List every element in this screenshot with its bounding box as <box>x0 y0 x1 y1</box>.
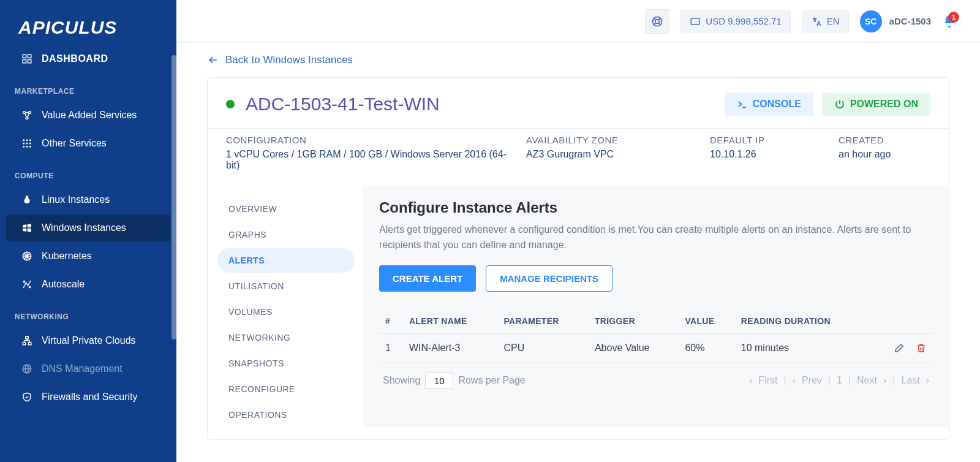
tab-operations[interactable]: OPERATIONS <box>217 403 355 427</box>
sidebar-item-other-services[interactable]: Other Services <box>6 130 170 157</box>
meta-az-value: AZ3 Gurugram VPC <box>526 149 698 160</box>
pager-next[interactable]: Next <box>857 375 877 386</box>
balance-text: USD 9,998,552.71 <box>706 16 781 26</box>
meta-az: AVAILABILITY ZONE AZ3 Gurugram VPC <box>526 135 698 171</box>
svg-point-8 <box>26 139 28 141</box>
sidebar-item-autoscale[interactable]: Autoscale <box>6 271 170 298</box>
back-link-text: Back to Windows Instances <box>225 54 353 66</box>
meta-config-value: 1 vCPU Cores / 1GB RAM / 100 GB / Window… <box>226 149 514 171</box>
sidebar-item-dashboard[interactable]: DASHBOARD <box>6 45 170 72</box>
language-text: EN <box>827 16 840 26</box>
vas-icon <box>21 109 33 121</box>
tab-overview[interactable]: OVERVIEW <box>217 197 355 221</box>
balance-chip[interactable]: USD 9,998,552.71 <box>680 10 790 32</box>
notifications-button[interactable]: 1 <box>942 14 957 29</box>
pager-right: ‹ First | ‹ Prev | 1 | Next › | Last › <box>749 375 929 386</box>
brand-logo: APICULUS <box>0 0 176 44</box>
meta-ip-value: 10.10.1.26 <box>710 149 826 160</box>
pagination: Showing Rows per Page ‹ First | ‹ Prev |… <box>379 363 933 389</box>
pencil-icon <box>894 343 905 354</box>
grid-icon <box>21 137 33 150</box>
power-button[interactable]: POWERED ON <box>822 93 930 116</box>
svg-point-12 <box>29 143 31 145</box>
kubernetes-icon <box>21 250 33 262</box>
svg-point-11 <box>26 143 28 145</box>
sidebar-item-kubernetes[interactable]: Kubernetes <box>6 243 170 270</box>
autoscale-icon <box>21 278 33 290</box>
tab-alerts[interactable]: ALERTS <box>217 248 355 273</box>
help-button[interactable] <box>645 9 669 34</box>
manage-recipients-button[interactable]: MANAGE RECIPIENTS <box>486 265 612 292</box>
sidebar-item-linux[interactable]: Linux Instances <box>6 186 170 213</box>
console-label: CONSOLE <box>753 99 801 110</box>
sidebar-item-label: Windows Instances <box>42 222 126 233</box>
sidebar-item-label: DNS Management <box>42 363 123 374</box>
pager-last[interactable]: Last <box>901 375 919 386</box>
th-actions <box>872 309 933 334</box>
tab-utilisation[interactable]: UTILISATION <box>217 274 355 298</box>
svg-rect-0 <box>23 55 26 58</box>
arrow-left-icon <box>207 54 219 66</box>
tab-networking[interactable]: NETWORKING <box>217 325 355 350</box>
svg-point-24 <box>655 19 660 23</box>
cell-value: 60% <box>679 333 734 362</box>
meta-created-value: an hour ago <box>839 149 891 160</box>
chevron-left-icon: ‹ <box>793 375 796 386</box>
pager-prev[interactable]: Prev <box>802 375 822 386</box>
sidebar-item-vas[interactable]: Value Added Services <box>6 102 170 129</box>
pager-first[interactable]: First <box>758 375 777 386</box>
sidebar-item-label: DASHBOARD <box>42 53 108 64</box>
tab-snapshots[interactable]: SNAPSHOTS <box>217 351 355 376</box>
sidebar-item-label: Firewalls and Security <box>42 392 138 403</box>
sidebar-scrollbar[interactable] <box>172 55 176 339</box>
pager-sep: | <box>848 375 851 386</box>
header-actions: CONSOLE POWERED ON <box>725 93 930 116</box>
th-trigger: TRIGGER <box>589 309 679 334</box>
th-value: VALUE <box>679 309 734 334</box>
content: OVERVIEW GRAPHS ALERTS UTILISATION VOLUM… <box>208 186 949 439</box>
meta-az-label: AVAILABILITY ZONE <box>526 135 698 145</box>
terminal-icon <box>737 99 748 110</box>
panel-actions: CREATE ALERT MANAGE RECIPIENTS <box>379 265 933 292</box>
main: USD 9,998,552.71 EN SC aDC-1503 1 Back t… <box>176 0 980 462</box>
translate-icon <box>811 16 822 27</box>
svg-rect-19 <box>26 336 29 339</box>
meta-created-label: CREATED <box>839 135 891 145</box>
sidebar-item-windows[interactable]: Windows Instances <box>6 214 170 241</box>
svg-rect-21 <box>28 343 31 345</box>
instance-card: ADC-1503-41-Test-WIN CONSOLE POWERED ON … <box>207 77 949 440</box>
dns-icon <box>21 363 33 375</box>
sidebar-item-firewall[interactable]: Firewalls and Security <box>6 384 170 411</box>
page-size-input[interactable] <box>425 373 453 389</box>
status-dot-running <box>226 100 235 108</box>
svg-point-6 <box>26 117 28 119</box>
delete-alert-button[interactable] <box>916 343 927 354</box>
th-duration: READING DURATION <box>735 309 872 334</box>
sidebar-item-vpc[interactable]: Virtual Private Clouds <box>6 327 170 354</box>
create-alert-button[interactable]: CREATE ALERT <box>379 265 476 292</box>
sidebar-scroll[interactable]: DASHBOARD MARKETPLACE Value Added Servic… <box>0 44 176 462</box>
account-chip[interactable]: SC aDC-1503 <box>860 10 931 32</box>
svg-point-15 <box>29 146 31 148</box>
cell-name: WIN-Alert-3 <box>403 333 498 362</box>
sidebar-item-label: Linux Instances <box>42 194 110 205</box>
svg-point-7 <box>23 139 24 141</box>
meta-ip: DEFAULT IP 10.10.1.26 <box>710 135 826 171</box>
sidebar-section-compute: COMPUTE <box>0 158 176 185</box>
tab-reconfigure[interactable]: RECONFIGURE <box>217 377 355 401</box>
cell-duration: 10 minutes <box>735 333 872 362</box>
pager-page: 1 <box>837 375 842 386</box>
chevron-right-double-icon: › <box>926 375 929 386</box>
back-link[interactable]: Back to Windows Instances <box>207 54 353 66</box>
edit-alert-button[interactable] <box>894 343 905 354</box>
tab-graphs[interactable]: GRAPHS <box>217 222 355 247</box>
meta-config: CONFIGURATION 1 vCPU Cores / 1GB RAM / 1… <box>226 135 514 171</box>
tab-volumes[interactable]: VOLUMES <box>217 300 355 324</box>
vpc-icon <box>21 335 33 347</box>
sidebar-item-dns[interactable]: DNS Management <box>6 355 170 382</box>
console-button[interactable]: CONSOLE <box>725 93 813 116</box>
svg-rect-2 <box>28 60 31 63</box>
language-chip[interactable]: EN <box>802 10 849 32</box>
svg-point-9 <box>29 139 31 141</box>
svg-rect-1 <box>28 55 31 58</box>
